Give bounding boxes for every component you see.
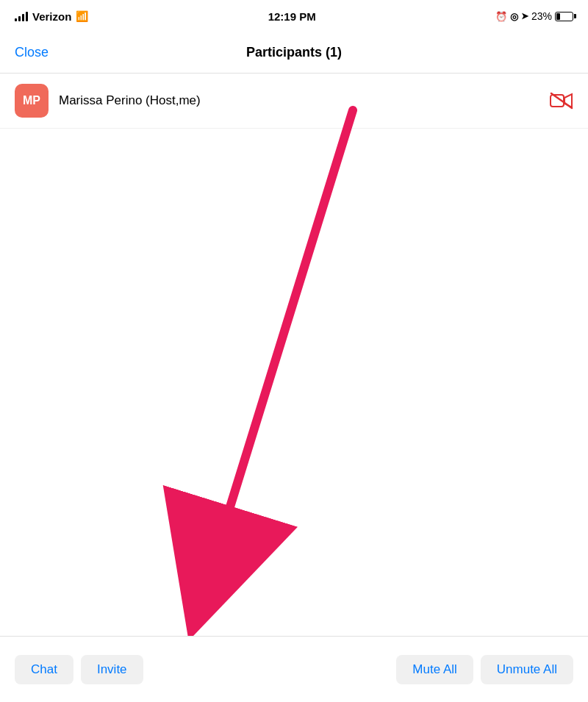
invite-button[interactable]: Invite bbox=[81, 655, 143, 684]
close-button[interactable]: Close bbox=[15, 45, 49, 60]
alarm-icon: ⏰ bbox=[495, 11, 507, 22]
arrow-annotation bbox=[0, 74, 588, 647]
toolbar-group-right: Mute All Unmute All bbox=[396, 655, 573, 684]
bottom-toolbar: Chat Invite Mute All Unmute All bbox=[0, 636, 588, 702]
mute-all-button[interactable]: Mute All bbox=[396, 655, 473, 684]
signal-bar-4 bbox=[26, 12, 28, 21]
page-title: Participants (1) bbox=[246, 45, 342, 60]
participant-name: Marissa Perino (Host,me) bbox=[59, 93, 550, 108]
signal-bar-2 bbox=[18, 16, 21, 21]
carrier-label: Verizon bbox=[32, 10, 71, 23]
status-bar: Verizon 📶 12:19 PM ⏰ ◎ ➤ 23% bbox=[0, 0, 588, 32]
signal-bars-icon bbox=[15, 11, 28, 21]
status-right: ⏰ ◎ ➤ 23% bbox=[495, 10, 573, 22]
battery-percent: 23% bbox=[531, 10, 552, 22]
unmute-all-button[interactable]: Unmute All bbox=[481, 655, 573, 684]
target-icon: ◎ bbox=[510, 11, 518, 22]
battery-icon bbox=[555, 12, 573, 21]
svg-line-4 bbox=[209, 110, 353, 573]
toolbar-group-left: Chat Invite bbox=[15, 655, 143, 684]
participant-item: MP Marissa Perino (Host,me) bbox=[0, 74, 588, 129]
content-area: MP Marissa Perino (Host,me) bbox=[0, 74, 588, 702]
nav-header: Close Participants (1) bbox=[0, 32, 588, 74]
status-left: Verizon 📶 bbox=[15, 10, 88, 23]
chat-button[interactable]: Chat bbox=[15, 655, 74, 684]
signal-bar-1 bbox=[15, 18, 17, 21]
video-muted-icon bbox=[550, 92, 573, 110]
page: Verizon 📶 12:19 PM ⏰ ◎ ➤ 23% Close Parti… bbox=[0, 0, 588, 702]
avatar: MP bbox=[15, 84, 49, 118]
battery-fill bbox=[556, 13, 560, 20]
signal-bar-3 bbox=[22, 14, 24, 21]
location-icon: ➤ bbox=[521, 11, 528, 21]
status-time: 12:19 PM bbox=[268, 10, 316, 23]
wifi-icon: 📶 bbox=[76, 10, 88, 22]
participant-list: MP Marissa Perino (Host,me) bbox=[0, 74, 588, 129]
